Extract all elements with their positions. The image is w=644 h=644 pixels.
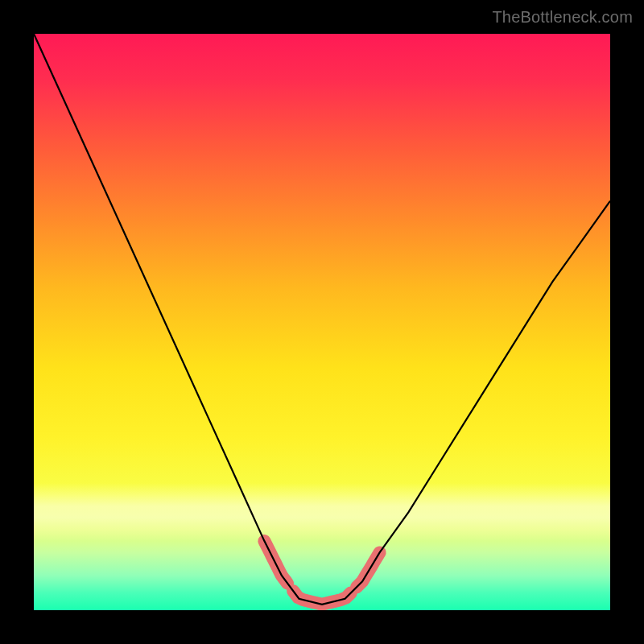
- marker-mid: [293, 591, 351, 605]
- watermark-text: TheBottleneck.com: [492, 8, 633, 27]
- curve-layer: [34, 34, 610, 610]
- bottleneck-markers: [264, 541, 379, 605]
- bottleneck-curve: [34, 34, 610, 605]
- chart-frame: TheBottleneck.com: [0, 0, 644, 644]
- plot-area: [34, 34, 610, 610]
